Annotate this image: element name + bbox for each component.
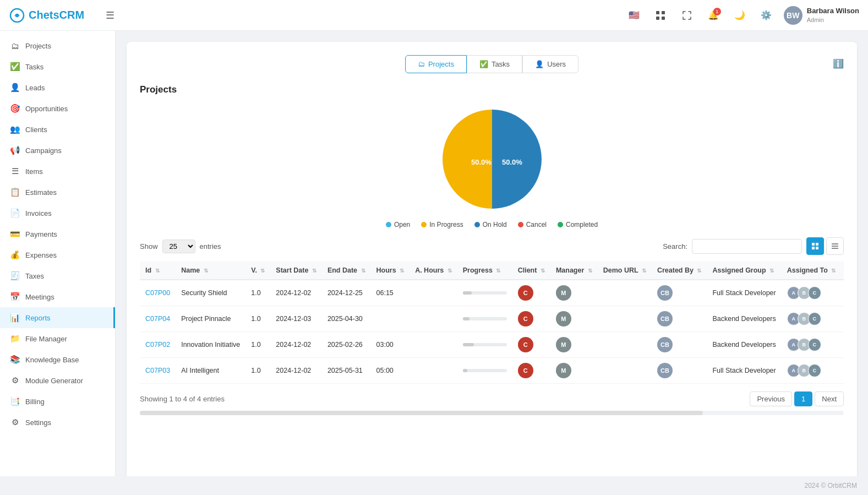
dark-mode-toggle[interactable]: 🌙: [731, 7, 749, 24]
info-icon[interactable]: ℹ️: [833, 58, 844, 69]
sidebar-item-settings[interactable]: ⚙ Settings: [0, 412, 115, 433]
table-wrapper: Id ⇅ Name ⇅ V. ⇅ Start Date ⇅ End Date ⇅…: [140, 262, 844, 384]
tab-users[interactable]: 👤 Users: [522, 55, 578, 73]
sidebar-item-opportunities[interactable]: 🎯 Opportunities: [0, 98, 115, 119]
grid-icon: [811, 242, 819, 250]
payments-icon: 💳: [10, 229, 20, 239]
cell-name: Project Pinnacle: [176, 306, 245, 332]
cell-end-date: 2025-02-26: [322, 332, 371, 358]
col-end-date[interactable]: End Date ⇅: [322, 262, 371, 280]
hamburger-button[interactable]: ☰: [106, 9, 114, 21]
legend-label-completed: Completed: [566, 221, 598, 229]
sidebar-item-tasks[interactable]: ✅ Tasks: [0, 56, 115, 77]
table-controls: Show 25 10 50 100 entries Search:: [140, 237, 844, 255]
sidebar-item-taxes[interactable]: 🧾 Taxes: [0, 265, 115, 286]
notifications-icon[interactable]: 🔔 1: [705, 7, 722, 24]
sidebar-item-estimates[interactable]: 📋 Estimates: [0, 182, 115, 203]
sidebar-label-tasks: Tasks: [25, 63, 43, 71]
previous-button[interactable]: Previous: [750, 391, 792, 406]
search-label: Search:: [663, 242, 687, 251]
project-id-link[interactable]: C07P02: [145, 341, 170, 349]
svg-rect-6: [812, 243, 815, 246]
tasks-icon: ✅: [10, 62, 20, 72]
next-button[interactable]: Next: [815, 391, 844, 406]
sidebar-item-clients[interactable]: 👥 Clients: [0, 119, 115, 140]
sidebar-label-reports: Reports: [25, 314, 51, 322]
progress-bar: [463, 291, 472, 295]
col-version[interactable]: V. ⇅: [245, 262, 270, 280]
apps-icon[interactable]: [652, 7, 669, 24]
col-assigned-group[interactable]: Assigned Group ⇅: [707, 262, 781, 280]
show-select[interactable]: 25 10 50 100: [162, 240, 195, 253]
scroll-thumb: [140, 411, 703, 415]
project-id-link[interactable]: C07P04: [145, 315, 170, 323]
col-id[interactable]: Id ⇅: [140, 262, 176, 280]
svg-rect-12: [832, 248, 838, 249]
col-start-date[interactable]: Start Date ⇅: [270, 262, 322, 280]
sidebar-item-billing[interactable]: 📑 Billing: [0, 391, 115, 412]
in-progress-label: 50.0%: [471, 158, 492, 166]
horizontal-scrollbar[interactable]: [140, 411, 844, 415]
avatar: C: [518, 311, 533, 327]
col-client[interactable]: Client ⇅: [512, 262, 550, 280]
cell-start-date: 2024-12-02: [270, 280, 322, 306]
legend-label-on-hold: On Hold: [483, 221, 507, 229]
col-billing[interactable]: Billing ⇅: [841, 262, 844, 280]
sidebar-item-invoices[interactable]: 📄 Invoices: [0, 203, 115, 224]
tab-tasks-icon: ✅: [479, 60, 488, 68]
cell-id: C07P04: [140, 306, 176, 332]
sidebar-item-leads[interactable]: 👤 Leads: [0, 77, 115, 98]
col-progress[interactable]: Progress ⇅: [457, 262, 512, 280]
sidebar-item-reports[interactable]: 📊 Reports: [0, 307, 115, 328]
col-a-hours[interactable]: A. Hours ⇅: [410, 262, 457, 280]
sidebar-item-expenses[interactable]: 💰 Expenses: [0, 244, 115, 265]
cell-client: C: [512, 280, 550, 306]
table-row: C07P00 Security Shield 1.0 2024-12-02 20…: [140, 280, 844, 306]
list-view-button[interactable]: [826, 237, 844, 255]
col-demo-url[interactable]: Demo URL ⇅: [598, 262, 652, 280]
invoices-icon: 📄: [10, 208, 20, 218]
tab-tasks[interactable]: ✅ Tasks: [467, 55, 522, 73]
user-avatar: C: [808, 338, 821, 351]
legend-label-cancel: Cancel: [526, 221, 547, 229]
project-id-link[interactable]: C07P03: [145, 367, 170, 374]
cell-a-hours: [410, 332, 457, 358]
footer: 2024 © OrbitCRM: [0, 476, 868, 495]
project-id-link[interactable]: C07P00: [145, 289, 170, 297]
cell-client: C: [512, 306, 550, 332]
sidebar-item-payments[interactable]: 💳 Payments: [0, 224, 115, 244]
sidebar-item-meetings[interactable]: 📅 Meetings: [0, 286, 115, 307]
projects-table: Id ⇅ Name ⇅ V. ⇅ Start Date ⇅ End Date ⇅…: [140, 262, 844, 384]
grid-view-button[interactable]: [806, 237, 824, 255]
avatar: CB: [657, 363, 673, 378]
sidebar-item-projects[interactable]: 🗂 Projects: [0, 35, 115, 56]
chart-container: 50.0% 50.0% Open In Progress On: [140, 104, 844, 229]
module-generator-icon: ⚙: [10, 376, 20, 385]
col-name[interactable]: Name ⇅: [176, 262, 245, 280]
col-hours[interactable]: Hours ⇅: [371, 262, 410, 280]
progress-bar: [463, 317, 470, 320]
sidebar-item-file-manager[interactable]: 📁 File Manager: [0, 328, 115, 349]
file-manager-icon: 📁: [10, 334, 20, 344]
col-created-by[interactable]: Created By ⇅: [652, 262, 707, 280]
page-1-button[interactable]: 1: [794, 391, 812, 406]
user-menu[interactable]: BW Barbara Wilson Admin: [784, 6, 859, 25]
cell-progress: [457, 280, 512, 306]
language-selector[interactable]: 🇺🇸: [625, 7, 643, 24]
sidebar-item-campaigns[interactable]: 📢 Campaigns: [0, 140, 115, 161]
cell-hours: [371, 306, 410, 332]
legend-dot-cancel: [518, 222, 523, 227]
col-assigned-to[interactable]: Assigned To ⇅: [782, 262, 842, 280]
tab-projects[interactable]: 🗂 Projects: [405, 55, 467, 73]
sidebar-item-knowledge-base[interactable]: 📚 Knowledge Base: [0, 349, 115, 370]
app-logo[interactable]: ChetsCRM: [9, 7, 97, 24]
search-input[interactable]: [692, 239, 802, 254]
sidebar-label-opportunities: Opportunities: [25, 105, 68, 113]
sidebar-item-module-generator[interactable]: ⚙ Module Generator: [0, 370, 115, 391]
col-manager[interactable]: Manager ⇅: [550, 262, 598, 280]
legend-dot-in-progress: [421, 222, 427, 227]
settings-icon[interactable]: ⚙️: [757, 7, 775, 24]
fullscreen-icon[interactable]: [678, 7, 696, 24]
sidebar-item-items[interactable]: ☰ Items: [0, 161, 115, 182]
main-content: 🗂 Projects ✅ Tasks 👤 Users ℹ️ Projects: [116, 31, 868, 476]
